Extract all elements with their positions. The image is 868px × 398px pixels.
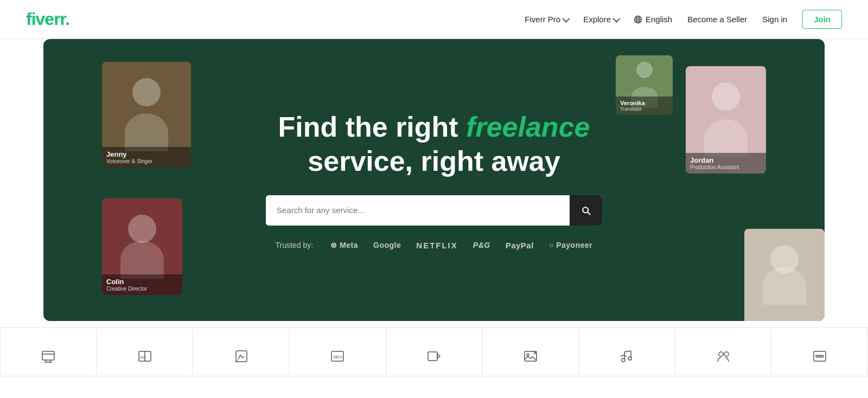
veronika-role: Translator bbox=[620, 106, 668, 112]
nav-links: Fiverr Pro Explore English Become a Sell… bbox=[525, 10, 842, 29]
freelancer-card-bottom-right bbox=[744, 229, 825, 321]
search-button[interactable] bbox=[570, 195, 602, 226]
svg-text:A: A bbox=[235, 360, 238, 363]
hero-search-bar bbox=[266, 195, 602, 226]
svg-rect-17 bbox=[428, 352, 437, 361]
logo-design-icon: A bbox=[232, 346, 251, 366]
jordan-name: Jordan bbox=[690, 156, 762, 164]
category-social-media[interactable] bbox=[771, 328, 868, 376]
fiverr-logo[interactable]: fiverr. bbox=[26, 9, 69, 29]
music-icon bbox=[617, 346, 636, 366]
language-selector[interactable]: English bbox=[634, 15, 672, 24]
svg-point-33 bbox=[821, 355, 824, 357]
freelancer-card-colin: Colin Creative Director bbox=[102, 198, 182, 295]
category-seo[interactable]: SEO bbox=[290, 328, 386, 376]
virtual-assistant-icon bbox=[713, 346, 733, 366]
jordan-label: Jordan Production Assistant bbox=[686, 153, 766, 174]
navbar: fiverr. Fiverr Pro Explore English Becom… bbox=[0, 0, 868, 39]
globe-icon bbox=[634, 15, 642, 24]
svg-point-27 bbox=[628, 357, 631, 360]
colin-name: Colin bbox=[106, 278, 178, 286]
svg-marker-18 bbox=[437, 354, 440, 358]
svg-point-32 bbox=[816, 355, 818, 357]
freelancer-card-jenny: Jenny Voiceover & Singer bbox=[102, 62, 191, 168]
chevron-down-icon bbox=[562, 15, 570, 22]
freelancer-card-veronika: Veronika Translator bbox=[616, 55, 673, 115]
jenny-label: Jenny Voiceover & Singer bbox=[102, 147, 191, 168]
explore-link[interactable]: Explore bbox=[583, 15, 618, 24]
social-media-icon bbox=[810, 346, 829, 366]
hero-section: Jenny Voiceover & Singer Veronika Transl… bbox=[43, 39, 825, 321]
svg-text:AI: AI bbox=[140, 355, 145, 360]
search-input[interactable] bbox=[266, 195, 570, 226]
bottom-right-photo bbox=[744, 229, 825, 321]
logo-text: fiverr bbox=[26, 9, 65, 29]
hero-title: Find the right freelance service, right … bbox=[266, 110, 602, 178]
paypal-logo: PayPal bbox=[506, 241, 534, 250]
colin-role: Creative Director bbox=[106, 286, 178, 292]
category-website-dev[interactable] bbox=[0, 328, 97, 376]
jenny-name: Jenny bbox=[106, 150, 187, 158]
trusted-section: Trusted by: ⊗ Meta Google NETFLIX P&G Pa… bbox=[266, 241, 602, 250]
become-seller-link[interactable]: Become a Seller bbox=[687, 15, 747, 24]
category-logo-design[interactable]: A bbox=[193, 328, 290, 376]
svg-point-26 bbox=[622, 358, 625, 362]
logo-dot: . bbox=[65, 9, 69, 29]
photo-editing-icon bbox=[521, 346, 540, 366]
svg-point-28 bbox=[719, 352, 723, 356]
netflix-logo: NETFLIX bbox=[416, 241, 458, 250]
svg-text:SEO: SEO bbox=[333, 355, 342, 360]
category-photo-editing[interactable] bbox=[482, 328, 579, 376]
trusted-label: Trusted by: bbox=[276, 241, 314, 249]
ai-art-icon: AI bbox=[135, 346, 155, 366]
colin-label: Colin Creative Director bbox=[102, 274, 182, 295]
jordan-role: Production Assistant bbox=[690, 164, 762, 170]
svg-point-29 bbox=[724, 352, 729, 356]
jenny-role: Voiceover & Singer bbox=[106, 158, 187, 164]
fiverr-pro-link[interactable]: Fiverr Pro bbox=[525, 15, 568, 24]
veronika-name: Veronika bbox=[620, 100, 668, 106]
categories-bar: AI A SEO bbox=[0, 328, 868, 376]
payoneer-logo: ○ Payoneer bbox=[549, 241, 592, 249]
category-video[interactable] bbox=[386, 328, 483, 376]
category-music[interactable] bbox=[579, 328, 675, 376]
trusted-logos: ⊗ Meta Google NETFLIX P&G PayPal ○ Payon… bbox=[330, 241, 592, 250]
google-logo: Google bbox=[373, 241, 401, 249]
pg-logo: P&G bbox=[473, 241, 490, 249]
svg-line-23 bbox=[624, 351, 631, 352]
category-ai-art[interactable]: AI bbox=[97, 328, 194, 376]
hero-center: Find the right freelance service, right … bbox=[266, 110, 602, 250]
video-icon bbox=[424, 346, 444, 366]
meta-logo: ⊗ Meta bbox=[330, 241, 358, 249]
svg-rect-5 bbox=[42, 351, 54, 360]
freelancer-card-jordan: Jordan Production Assistant bbox=[686, 66, 766, 174]
svg-point-20 bbox=[527, 354, 529, 356]
svg-point-34 bbox=[819, 355, 821, 357]
veronika-label: Veronika Translator bbox=[616, 97, 673, 115]
chevron-down-icon bbox=[612, 15, 620, 22]
website-dev-icon bbox=[39, 346, 58, 366]
search-icon bbox=[580, 205, 591, 216]
sign-in-link[interactable]: Sign in bbox=[762, 15, 787, 24]
seo-icon: SEO bbox=[328, 346, 347, 366]
join-button[interactable]: Join bbox=[802, 10, 842, 29]
category-virtual-assistant[interactable] bbox=[675, 328, 772, 376]
